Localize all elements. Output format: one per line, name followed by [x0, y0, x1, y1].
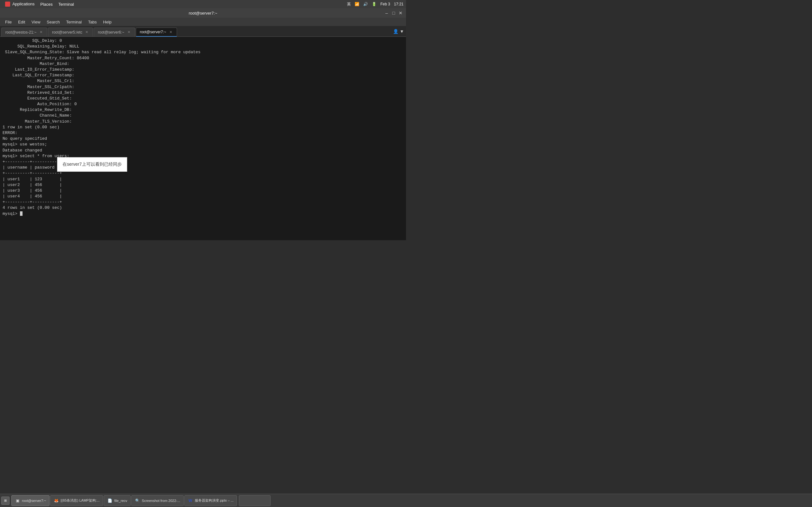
menu-tabs[interactable]: Tabs	[86, 19, 99, 25]
terminal-line: Last_IO_Error_Timestamp:	[3, 67, 403, 72]
terminal-line: Slave_SQL_Running_State: Slave has read …	[3, 49, 403, 55]
app-icon	[5, 2, 10, 7]
tab-close-server5[interactable]: ✕	[85, 30, 89, 35]
tab-close-server7[interactable]: ✕	[169, 30, 173, 35]
annotation-box: 在server7上可以看到已经同步	[57, 157, 127, 172]
minimize-button[interactable]: –	[384, 10, 390, 16]
menu-bar: File Edit View Search Terminal Tabs Help	[0, 18, 406, 26]
terminal-line: mysql>	[3, 211, 403, 217]
terminal-line: SQL_Remaining_Delay: NULL	[3, 44, 403, 49]
tab-westos-21[interactable]: root@westos-21:~ ✕	[1, 27, 47, 37]
terminal-line: +----------+-----------+	[3, 199, 403, 205]
menu-view[interactable]: View	[29, 19, 43, 25]
applications-label: Applications	[12, 2, 35, 6]
menu-search[interactable]: Search	[44, 19, 62, 25]
new-tab-button[interactable]: 👤	[393, 29, 398, 34]
terminal-line: Master_TLS_Version:	[3, 119, 403, 124]
tabs-right-controls: 👤 ▼	[393, 29, 405, 34]
menu-help[interactable]: Help	[101, 19, 114, 25]
tabs-bar: root@westos-21:~ ✕ root@server5:/etc ✕ r…	[0, 26, 406, 37]
terminal-line: Master_SSL_Crl:	[3, 78, 403, 84]
places-menu[interactable]: Places	[38, 1, 55, 7]
time-display: 17:21	[394, 2, 403, 6]
system-bar-left: Applications Places Terminal	[3, 1, 77, 8]
terminal-content[interactable]: SQL_Delay: 0 SQL_Remaining_Delay: NULL S…	[0, 37, 406, 240]
terminal-line: Retrieved_Gtid_Set:	[3, 90, 403, 96]
tab-label: root@server5:/etc	[52, 30, 83, 35]
tab-label: root@server6:~	[98, 30, 124, 35]
tab-server5[interactable]: root@server5:/etc ✕	[48, 27, 93, 37]
title-bar: root@server7:~ – □ ✕	[0, 8, 406, 18]
terminal-line: 1 row in set (0.00 sec)	[3, 124, 403, 130]
terminal-line: Channel_Name:	[3, 113, 403, 118]
terminal-line: mysql> use westos;	[3, 142, 403, 147]
terminal-line: SQL_Delay: 0	[3, 38, 403, 44]
wifi-icon: 📶	[355, 2, 359, 6]
terminal-line: Executed_Gtid_Set:	[3, 96, 403, 101]
terminal-line: Database changed	[3, 148, 403, 153]
tab-server7[interactable]: root@server7:~ ✕	[136, 27, 177, 37]
close-button[interactable]: ✕	[398, 10, 403, 16]
terminal-line: Last_SQL_Error_Timestamp:	[3, 72, 403, 78]
system-bar-right: 英 📶 🔊 🔋 Feb 3 17:21	[347, 2, 403, 7]
window-title: root@server7:~	[189, 11, 217, 15]
terminal-output: SQL_Delay: 0 SQL_Remaining_Delay: NULL S…	[3, 38, 403, 217]
applications-menu[interactable]: Applications	[3, 1, 37, 8]
tab-close-server6[interactable]: ✕	[127, 30, 131, 35]
terminal-line: 4 rows in set (0.00 sec)	[3, 205, 403, 211]
battery-icon: 🔋	[372, 2, 376, 6]
terminal-system-menu[interactable]: Terminal	[56, 1, 77, 7]
cursor-block	[20, 211, 22, 216]
menu-terminal[interactable]: Terminal	[64, 19, 84, 25]
terminal-line: Master_Bind:	[3, 61, 403, 67]
date-display: Feb 3	[380, 2, 390, 6]
terminal-line: | user1 | 123 |	[3, 176, 403, 182]
system-bar: Applications Places Terminal 英 📶 🔊 🔋 Feb…	[0, 0, 406, 8]
volume-icon: 🔊	[363, 2, 368, 6]
language-indicator[interactable]: 英	[347, 2, 351, 7]
window-controls: – □ ✕	[384, 10, 403, 16]
maximize-button[interactable]: □	[391, 10, 397, 16]
menu-edit[interactable]: Edit	[15, 19, 28, 25]
terminal-window: root@server7:~ – □ ✕ File Edit View Sear…	[0, 8, 406, 240]
tab-label: root@westos-21:~	[5, 30, 37, 35]
annotation-text: 在server7上可以看到已经同步	[62, 162, 122, 167]
terminal-line: | user2 | 456 |	[3, 182, 403, 188]
terminal-line: | user4 | 456 |	[3, 193, 403, 199]
menu-file[interactable]: File	[3, 19, 14, 25]
terminal-line: Auto_Position: 0	[3, 101, 403, 107]
tabs-dropdown-button[interactable]: ▼	[399, 29, 405, 34]
tab-close-westos-21[interactable]: ✕	[39, 30, 43, 35]
terminal-line: Replicate_Rewrite_DB:	[3, 107, 403, 113]
terminal-line: Master_Retry_Count: 86400	[3, 55, 403, 61]
tab-server6[interactable]: root@server6:~ ✕	[94, 27, 135, 37]
terminal-line: ERROR:	[3, 130, 403, 136]
terminal-line: | user3 | 456 |	[3, 188, 403, 193]
terminal-line: Master_SSL_Crlpath:	[3, 84, 403, 90]
terminal-line: No query specified	[3, 136, 403, 142]
tab-label: root@server7:~	[140, 30, 166, 34]
